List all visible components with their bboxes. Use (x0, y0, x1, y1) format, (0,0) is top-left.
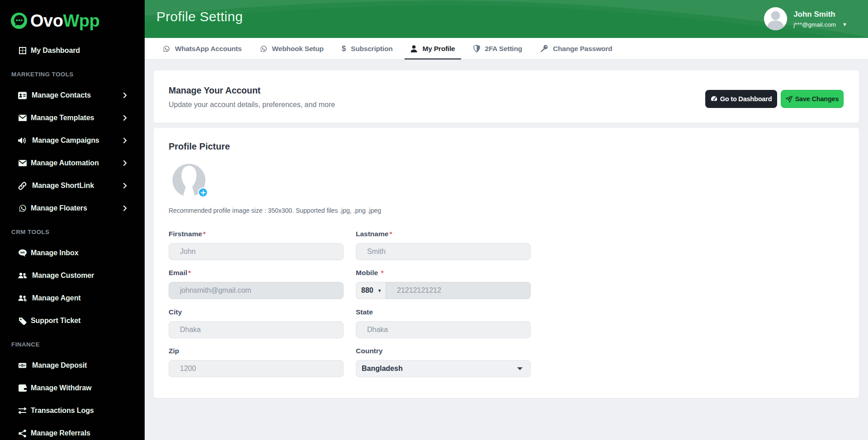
svg-text:SMS: SMS (20, 252, 24, 254)
